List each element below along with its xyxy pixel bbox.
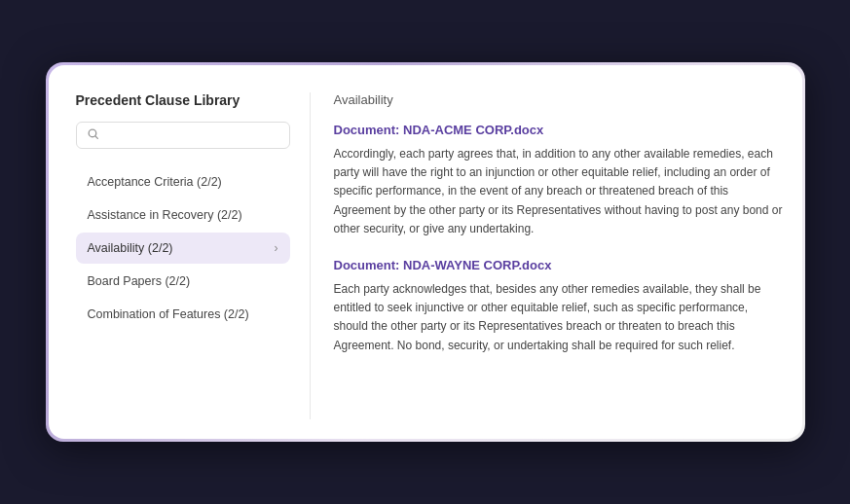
document-body-wayne: Each party acknowledges that, besides an…: [334, 280, 783, 355]
document-body-acme: Accordingly, each party agrees that, in …: [334, 145, 783, 238]
sidebar-item-combination-of-features[interactable]: Combination of Features (2/2): [76, 299, 290, 330]
sidebar-divider: [310, 92, 311, 419]
chevron-right-icon: ›: [275, 241, 278, 255]
sidebar-title: Precedent Clause Library: [76, 92, 290, 108]
search-icon: [87, 127, 99, 143]
sidebar-item-label: Board Papers (2/2): [88, 274, 191, 288]
app-window: Precedent Clause Library Acceptance Crit…: [46, 62, 805, 442]
sidebar-item-label: Assistance in Recovery (2/2): [88, 208, 242, 222]
sidebar-item-label: Availability (2/2): [88, 241, 173, 255]
sidebar-item-assistance-in-recovery[interactable]: Assistance in Recovery (2/2): [76, 199, 290, 231]
sidebar-item-label: Acceptance Criteria (2/2): [88, 175, 222, 189]
search-box[interactable]: [76, 122, 290, 149]
document-block-acme: Document: NDA-ACME CORP.docx Accordingly…: [334, 123, 783, 238]
sidebar-item-acceptance-criteria[interactable]: Acceptance Criteria (2/2): [76, 166, 290, 198]
document-title-acme[interactable]: Document: NDA-ACME CORP.docx: [334, 123, 783, 137]
sidebar-item-board-papers[interactable]: Board Papers (2/2): [76, 266, 290, 297]
main-card: Precedent Clause Library Acceptance Crit…: [49, 65, 802, 439]
content-panel: Availability Document: NDA-ACME CORP.doc…: [330, 92, 783, 419]
document-block-wayne: Document: NDA-WAYNE CORP.docx Each party…: [334, 258, 783, 355]
svg-line-1: [95, 136, 97, 138]
sidebar: Precedent Clause Library Acceptance Crit…: [76, 92, 290, 419]
panel-title: Availability: [334, 92, 783, 107]
document-title-wayne[interactable]: Document: NDA-WAYNE CORP.docx: [334, 258, 783, 272]
card-inner: Precedent Clause Library Acceptance Crit…: [49, 65, 802, 439]
sidebar-item-label: Combination of Features (2/2): [88, 307, 249, 321]
sidebar-item-availability[interactable]: Availability (2/2) ›: [76, 233, 290, 264]
search-input[interactable]: [105, 128, 279, 143]
